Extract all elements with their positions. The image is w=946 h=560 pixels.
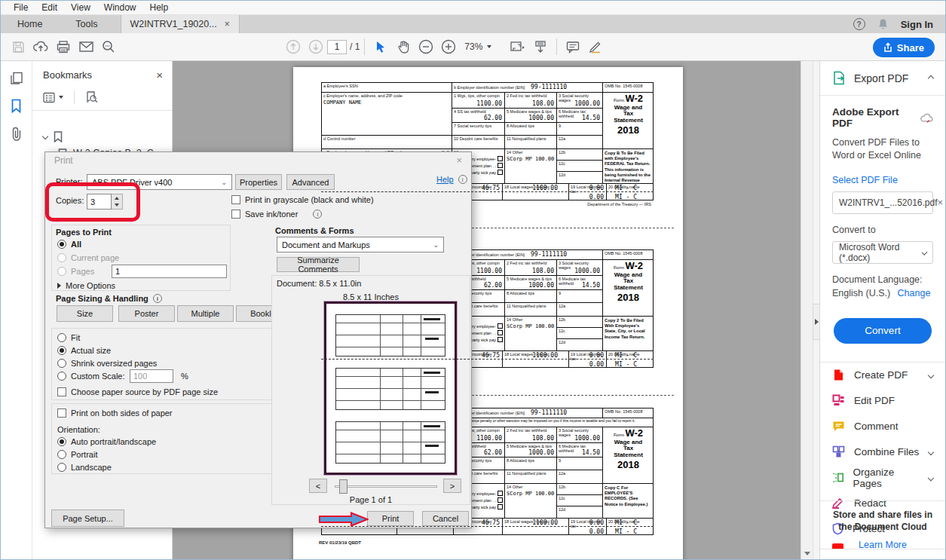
menu-help[interactable]: Help <box>143 2 176 13</box>
size-button[interactable]: Size <box>57 305 113 322</box>
expand-more-options-icon[interactable] <box>57 283 61 289</box>
paper-source-checkbox[interactable] <box>57 387 66 396</box>
preview-slider-thumb[interactable] <box>339 479 347 494</box>
bookmark-root-item[interactable] <box>32 127 172 144</box>
w2-box-11: 11 Nonqualified plans <box>504 135 556 148</box>
tab-bar: Home Tools W2INTRV1_19020... × ? Sign In <box>1 15 945 33</box>
bookmarks-close-icon[interactable]: × <box>156 69 163 81</box>
bell-icon[interactable] <box>877 18 889 30</box>
tab-document[interactable]: W2INTRV1_19020... × <box>121 15 240 33</box>
properties-button[interactable]: Properties <box>235 174 282 190</box>
fit-width-icon[interactable] <box>507 36 529 57</box>
both-sides-checkbox[interactable] <box>57 409 66 418</box>
fill-sign-pen-icon[interactable] <box>584 36 607 57</box>
w2-thumbnail <box>335 314 445 357</box>
w2-box-12a: 12a <box>556 302 602 316</box>
convert-button[interactable]: Convert <box>834 318 932 344</box>
menu-window[interactable]: Window <box>97 2 143 13</box>
learn-more-link[interactable]: Learn More <box>859 540 907 550</box>
scroll-down-icon[interactable] <box>804 552 810 555</box>
w2-form-name: W-2 <box>625 93 643 104</box>
export-pdf-header[interactable]: Export PDF <box>820 61 945 96</box>
print-button[interactable]: Print <box>367 511 414 526</box>
w2-omb: OMB No. 1545-0008 <box>602 82 654 92</box>
help-link[interactable]: Help <box>436 175 454 184</box>
attachments-icon[interactable] <box>11 127 23 141</box>
next-page-icon[interactable] <box>305 36 327 57</box>
tool-comment[interactable]: Comment <box>820 414 945 439</box>
chevron-down-icon[interactable] <box>928 475 934 481</box>
poster-button[interactable]: Poster <box>118 305 175 322</box>
find-bookmark-icon[interactable] <box>85 90 99 104</box>
email-icon[interactable] <box>75 36 97 57</box>
comment-icon[interactable] <box>562 36 584 57</box>
zoom-level-dropdown[interactable]: 73% <box>460 40 496 54</box>
previous-page-icon[interactable] <box>282 36 305 57</box>
cancel-button[interactable]: Cancel <box>422 511 469 526</box>
bookmark-options-icon[interactable] <box>43 92 63 103</box>
scrolling-mode-icon[interactable] <box>529 36 552 57</box>
format-dropdown[interactable]: Microsoft Word (*.docx) <box>832 241 933 264</box>
summarize-comments-button[interactable]: Summarize Comments <box>277 257 360 272</box>
tool-combine-files[interactable]: Combine Files <box>820 439 945 465</box>
remove-file-icon[interactable]: × <box>938 197 944 208</box>
menu-file[interactable]: File <box>7 2 35 13</box>
custom-scale-radio[interactable] <box>57 372 66 381</box>
tool-create-pdf[interactable]: Create PDF <box>820 363 945 388</box>
tool-edit-pdf[interactable]: Edit PDF <box>820 388 945 414</box>
preview-next-button[interactable]: > <box>443 479 461 493</box>
page-range-input[interactable] <box>112 265 227 278</box>
advanced-button[interactable]: Advanced <box>286 174 335 190</box>
page-number-input[interactable] <box>327 40 347 54</box>
change-language-link[interactable]: Change <box>898 288 931 298</box>
all-pages-radio[interactable] <box>57 240 66 249</box>
select-tool-icon[interactable] <box>369 36 392 57</box>
landscape-radio[interactable] <box>57 463 66 472</box>
selected-file-chip[interactable]: W2INTRV1_...52016.pdf × <box>832 191 933 214</box>
share-button[interactable]: Share <box>873 38 935 57</box>
sign-in-link[interactable]: Sign In <box>901 19 933 30</box>
page-thumbnails-icon[interactable] <box>10 72 23 85</box>
chevron-up-icon[interactable] <box>928 75 934 81</box>
tool-organize-pages[interactable]: Organize Pages <box>820 465 945 491</box>
zoom-out-icon[interactable] <box>415 36 437 57</box>
help-icon[interactable]: ? <box>853 18 865 30</box>
vertical-scrollbar[interactable] <box>801 61 813 559</box>
preview-prev-button[interactable]: < <box>309 479 327 493</box>
chevron-down-icon[interactable] <box>928 449 934 455</box>
pages-radio[interactable] <box>57 267 66 276</box>
w2-box-12c: 12c <box>556 160 602 171</box>
shrink-radio[interactable] <box>57 359 66 368</box>
tab-home[interactable]: Home <box>1 15 59 33</box>
save-icon[interactable] <box>7 36 29 57</box>
custom-scale-input[interactable] <box>130 369 173 383</box>
tab-tools[interactable]: Tools <box>59 15 114 33</box>
portrait-radio[interactable] <box>57 450 66 459</box>
grayscale-checkbox[interactable] <box>231 195 240 204</box>
zoom-in-icon[interactable] <box>437 36 460 57</box>
save-ink-checkbox[interactable] <box>231 210 240 219</box>
upload-cloud-icon[interactable] <box>29 36 52 57</box>
chevron-down-icon[interactable] <box>928 372 934 378</box>
auto-orientation-radio[interactable] <box>57 437 66 446</box>
hand-tool-icon[interactable] <box>392 36 415 57</box>
dialog-close-icon[interactable]: × <box>456 155 462 166</box>
chevron-down-icon[interactable] <box>42 133 48 139</box>
select-pdf-file-link[interactable]: Select PDF File <box>832 175 898 185</box>
current-page-radio[interactable] <box>57 253 66 262</box>
bookmarks-panel-icon[interactable] <box>11 99 22 113</box>
menu-edit[interactable]: Edit <box>35 2 64 13</box>
more-options[interactable]: More Options <box>66 281 115 290</box>
preview-slider-track[interactable] <box>335 485 437 488</box>
page-setup-button[interactable]: Page Setup... <box>51 510 124 527</box>
print-icon[interactable] <box>52 36 75 57</box>
w2-box-12b: 12b <box>556 316 602 327</box>
menu-view[interactable]: View <box>64 2 97 13</box>
actual-size-radio[interactable] <box>57 346 66 355</box>
fit-radio[interactable] <box>57 333 66 342</box>
comments-forms-dropdown[interactable]: Document and Markups⌄ <box>277 237 444 252</box>
search-icon[interactable] <box>97 36 120 57</box>
w2-copy-block: Copy C For EMPLOYEE'S RECORDS. (See Noti… <box>602 483 654 518</box>
tab-close-icon[interactable]: × <box>225 19 230 29</box>
multiple-button[interactable]: Multiple <box>177 305 234 322</box>
